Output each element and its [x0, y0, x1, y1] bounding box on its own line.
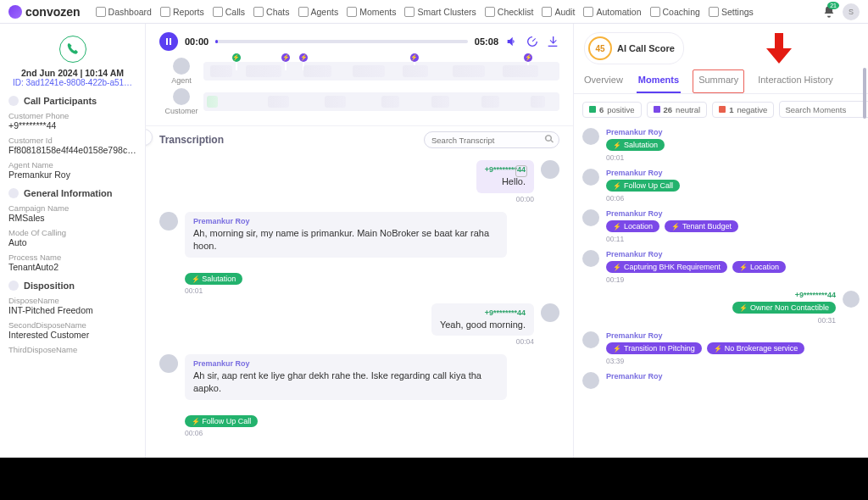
download-icon[interactable] — [546, 35, 559, 48]
ai-score-row: 45 AI Call Score — [574, 24, 868, 69]
search-icon — [544, 134, 554, 144]
moment-chip[interactable]: Location — [732, 261, 786, 273]
moment-chip[interactable]: Capturing BHK Requirement — [606, 261, 727, 273]
moment-chip[interactable]: Location — [606, 220, 659, 232]
nav-item-automation[interactable]: Automation — [583, 7, 641, 17]
message-bubble[interactable]: +9********44Yeah, good morning. — [431, 303, 534, 336]
value-second-dispose: Interested Customer — [8, 330, 136, 340]
value-customer-phone: +9********44 — [8, 120, 136, 131]
top-nav: convozen DashboardReportsCallsChatsAgent… — [0, 0, 868, 24]
agent-lane-track[interactable]: ⚡ ⚡ ⚡ ⚡ ⚡ — [203, 62, 559, 81]
value-customer-id: Ff80818158e4f44e0158e798c68e1… — [8, 145, 136, 155]
nav-item-reports[interactable]: Reports — [160, 7, 204, 17]
moment-speaker: Premankur Roy — [606, 169, 680, 177]
moment-chip[interactable]: Owner Non Contactible — [732, 302, 836, 314]
message-timestamp: 00:01 — [185, 286, 507, 295]
tab-interaction-history[interactable]: Interaction History — [756, 69, 835, 93]
nav-item-icon — [709, 7, 719, 17]
speed-icon[interactable] — [526, 35, 539, 48]
moment-marker-icon[interactable]: ⚡ — [299, 53, 308, 62]
nav-item-agents[interactable]: Agents — [298, 7, 339, 17]
filter-neutral[interactable]: 26neutral — [647, 102, 708, 118]
moment-speaker: Premankur Roy — [606, 250, 786, 258]
moment-chip[interactable]: No Brokerage service — [707, 342, 805, 354]
tab-moments[interactable]: Moments — [637, 69, 681, 93]
avatar-icon — [582, 209, 599, 226]
nav-item-icon — [96, 7, 106, 17]
avatar-icon — [541, 303, 559, 322]
label-third-dispose: ThirdDisposeName — [8, 345, 136, 354]
notifications-button[interactable]: 21 — [822, 5, 836, 19]
disposition-heading: Disposition — [8, 281, 136, 291]
ai-score-chip[interactable]: 45 AI Call Score — [584, 32, 684, 64]
seek-slider[interactable] — [215, 40, 468, 43]
lane-label-customer: Customer — [159, 88, 203, 115]
ai-score-circle: 45 — [588, 36, 612, 60]
transcription-title: Transcription — [159, 134, 224, 146]
avatar-icon — [582, 250, 599, 267]
message-text: Ah, morning sir, my name is primankur. M… — [193, 227, 498, 253]
message-bubble[interactable]: Premankur RoyAh, morning sir, my name is… — [185, 212, 507, 258]
transcription-body[interactable]: +9********44Hello.00:00Premankur RoyAh, … — [146, 153, 573, 458]
user-icon — [8, 96, 19, 106]
filter-negative[interactable]: 1negative — [712, 102, 774, 118]
nav-item-checklist[interactable]: Checklist — [485, 7, 534, 17]
user-avatar[interactable]: S — [843, 3, 860, 20]
moment-row: Premankur RoyCapturing BHK RequirementLo… — [582, 250, 860, 284]
nav-item-moments[interactable]: Moments — [347, 7, 396, 17]
moment-tag[interactable]: Follow Up Call — [185, 415, 258, 427]
total-time: 05:08 — [475, 36, 498, 47]
message-bubble[interactable]: Premankur RoyAh sir, aap rent ke liye gh… — [185, 354, 507, 400]
nav-item-icon — [583, 7, 593, 17]
copy-icon[interactable] — [515, 165, 527, 177]
nav-item-audit[interactable]: Audit — [542, 7, 575, 17]
moment-chip[interactable]: Transition In Pitching — [606, 342, 702, 354]
brand-logo[interactable]: convozen — [8, 5, 81, 19]
call-id[interactable]: ID: 3ad1241e-9808-422b-a51… — [8, 78, 136, 87]
avatar-icon — [582, 128, 599, 145]
moment-tag[interactable]: Salutation — [185, 273, 242, 285]
filter-positive[interactable]: 6positive — [582, 102, 642, 118]
nav-item-settings[interactable]: Settings — [709, 7, 754, 17]
message-timestamp: 00:06 — [185, 429, 507, 437]
transcript-search-input[interactable] — [424, 131, 559, 148]
tab-summary[interactable]: Summary — [693, 69, 744, 93]
label-campaign: Campaign Name — [8, 203, 136, 213]
value-process: TenantAuto2 — [8, 262, 136, 272]
nav-item-calls[interactable]: Calls — [213, 7, 245, 17]
message-timestamp: 00:00 — [476, 195, 534, 203]
moment-marker-icon[interactable]: ⚡ — [410, 53, 419, 62]
center-panel: ‹ 00:00 05:08 Agent ⚡ ⚡ ⚡ ⚡ ⚡ — [146, 24, 573, 458]
volume-icon[interactable] — [505, 35, 519, 48]
avatar-icon — [173, 58, 190, 75]
message-text: Yeah, good morning. — [440, 319, 526, 331]
nav-item-chats[interactable]: Chats — [253, 7, 289, 17]
message-timestamp: 00:04 — [431, 337, 534, 346]
message-bubble[interactable]: +9********44Hello. — [476, 160, 534, 193]
moment-marker-icon[interactable]: ⚡ — [281, 53, 290, 62]
tab-overview[interactable]: Overview — [582, 69, 625, 93]
play-pause-button[interactable] — [159, 32, 178, 51]
moment-filters: 6positive 26neutral 1negative — [574, 94, 868, 125]
moments-search-input[interactable] — [779, 101, 868, 118]
nav-item-dashboard[interactable]: Dashboard — [96, 7, 152, 17]
moment-chip[interactable]: Salutation — [606, 139, 665, 151]
moments-list[interactable]: Premankur RoySalutation00:01Premankur Ro… — [574, 125, 868, 458]
moment-marker-icon[interactable]: ⚡ — [524, 53, 532, 62]
avatar-icon — [582, 372, 599, 389]
speaker-label: Premankur Roy — [193, 359, 498, 368]
customer-lane-track[interactable] — [203, 92, 559, 111]
nav-item-icon — [253, 7, 264, 17]
participants-heading: Call Participants — [8, 96, 136, 106]
insight-tabs: Overview Moments Summary Interaction His… — [574, 69, 868, 94]
nav-item-smart-clusters[interactable]: Smart Clusters — [404, 7, 476, 17]
label-mode: Mode Of Calling — [8, 228, 136, 237]
nav-item-coaching[interactable]: Coaching — [650, 7, 700, 17]
moment-chip[interactable]: Tenant Budget — [665, 220, 738, 232]
moment-row: Premankur RoyTransition In PitchingNo Br… — [582, 331, 860, 365]
scrollbar[interactable] — [863, 68, 866, 119]
moment-row: Premankur Roy — [582, 372, 860, 389]
moment-chip[interactable]: Follow Up Call — [606, 180, 680, 192]
nav-item-icon — [542, 7, 552, 17]
moment-marker-icon[interactable]: ⚡ — [232, 53, 241, 62]
